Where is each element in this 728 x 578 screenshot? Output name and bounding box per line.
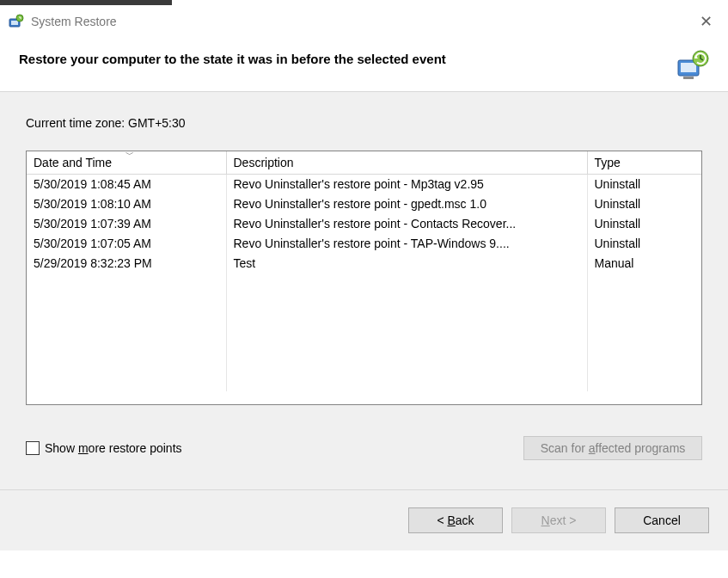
cell-type: Uninstall (587, 233, 701, 253)
column-header-description[interactable]: Description (226, 151, 587, 174)
system-restore-icon (9, 14, 24, 29)
cell-type (587, 332, 701, 352)
header: Restore your computer to the state it wa… (0, 36, 728, 91)
cell-dt (27, 352, 226, 372)
cell-type: Uninstall (587, 194, 701, 213)
cell-desc: Revo Uninstaller's restore point - TAP-W… (226, 233, 587, 253)
column-header-label: Date and Time (34, 156, 112, 169)
cell-dt: 5/30/2019 1:07:39 AM (27, 213, 226, 233)
cell-type (587, 372, 701, 391)
cell-desc (226, 332, 587, 352)
restore-wizard-icon (675, 48, 709, 83)
svg-rect-4 (681, 63, 696, 72)
cell-desc (226, 352, 587, 372)
cell-desc: Revo Uninstaller's restore point - Conta… (226, 213, 587, 233)
table-row (27, 312, 701, 332)
cell-type (587, 312, 701, 332)
cell-dt: 5/30/2019 1:08:10 AM (27, 194, 226, 213)
table-row[interactable]: 5/30/2019 1:08:45 AMRevo Uninstaller's r… (27, 174, 701, 194)
svg-rect-5 (683, 77, 694, 79)
column-header-type[interactable]: Type (587, 151, 701, 174)
cell-type (587, 292, 701, 312)
table-row[interactable]: 5/30/2019 1:07:39 AMRevo Uninstaller's r… (27, 213, 701, 233)
window-title: System Restore (31, 15, 693, 28)
page-heading: Restore your computer to the state it wa… (19, 48, 664, 66)
svg-rect-1 (11, 21, 18, 25)
cancel-button[interactable]: Cancel (615, 507, 709, 533)
cell-desc (226, 273, 587, 292)
cell-desc (226, 292, 587, 312)
show-more-label: Show more restore points (45, 441, 182, 455)
checkbox-icon (26, 441, 40, 455)
cell-dt (27, 332, 226, 352)
cell-type: Uninstall (587, 213, 701, 233)
table-row[interactable]: 5/30/2019 1:07:05 AMRevo Uninstaller's r… (27, 233, 701, 253)
cell-dt (27, 273, 226, 292)
timezone-label: Current time zone: GMT+5:30 (26, 116, 702, 130)
table-row (27, 292, 701, 312)
cell-desc (226, 312, 587, 332)
back-button[interactable]: < Back (408, 507, 503, 533)
table-row (27, 372, 701, 391)
cell-desc: Test (226, 253, 587, 273)
column-header-date-time[interactable]: Date and Time ﹀ (27, 151, 226, 174)
cell-dt (27, 292, 226, 312)
close-icon[interactable]: ✕ (693, 12, 719, 31)
cell-dt: 5/29/2019 8:32:23 PM (27, 253, 226, 273)
table-row (27, 332, 701, 352)
cell-type (587, 273, 701, 292)
cell-dt (27, 312, 226, 332)
cell-desc: Revo Uninstaller's restore point - Mp3ta… (226, 174, 587, 194)
restore-points-table[interactable]: Date and Time ﹀ Description Type 5/30/20… (26, 151, 702, 405)
cell-type: Manual (587, 253, 701, 273)
table-row[interactable]: 5/30/2019 1:08:10 AMRevo Uninstaller's r… (27, 194, 701, 213)
next-button: Next > (511, 507, 606, 533)
sort-desc-icon: ﹀ (125, 151, 134, 161)
cell-type (587, 352, 701, 372)
footer: < Back Next > Cancel (0, 489, 728, 550)
cell-dt (27, 372, 226, 391)
scan-affected-programs-button: Scan for affected programs (523, 436, 702, 460)
cell-dt: 5/30/2019 1:08:45 AM (27, 174, 226, 194)
table-row (27, 273, 701, 292)
content-panel: Current time zone: GMT+5:30 Date and Tim… (0, 92, 728, 489)
cell-desc: Revo Uninstaller's restore point - gpedt… (226, 194, 587, 213)
cell-type: Uninstall (587, 174, 701, 194)
table-row[interactable]: 5/29/2019 8:32:23 PMTestManual (27, 253, 701, 273)
cell-dt: 5/30/2019 1:07:05 AM (27, 233, 226, 253)
table-row (27, 352, 701, 372)
cell-desc (226, 372, 587, 391)
show-more-checkbox[interactable]: Show more restore points (26, 441, 182, 455)
titlebar: System Restore ✕ (0, 5, 728, 36)
